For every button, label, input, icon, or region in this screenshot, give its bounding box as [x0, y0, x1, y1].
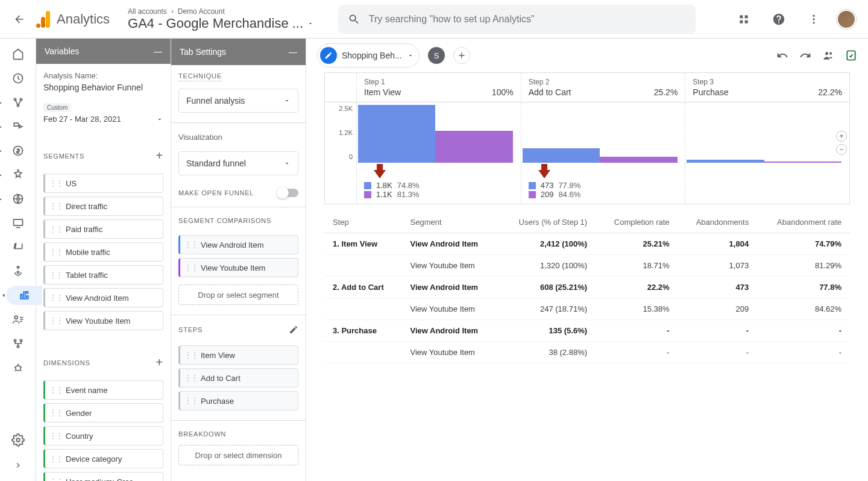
redo-button[interactable]	[799, 49, 811, 61]
bar[interactable]	[600, 157, 677, 163]
zoom-in-button[interactable]: +	[836, 131, 847, 142]
chip-direct-traffic[interactable]: ⋮⋮Direct traffic	[43, 196, 163, 216]
analysis-canvas: Shopping Beh... S + − Step 1Item View100…	[306, 39, 868, 481]
nav-user[interactable]: ▶	[6, 189, 30, 209]
collapse-icon[interactable]: —	[154, 46, 162, 56]
chip-view-youtube-item[interactable]: ⋮⋮View Youtube Item	[178, 258, 298, 277]
svg-point-2	[36, 24, 40, 28]
nav-explore[interactable]: ▾	[6, 286, 42, 305]
nav-monetization[interactable]: ▶	[6, 141, 30, 160]
undo-button[interactable]	[776, 49, 788, 61]
breakdown-label: BREAKDOWN	[178, 430, 298, 438]
active-tab[interactable]: Shopping Beh...	[317, 43, 420, 68]
table-header[interactable]: Users (% of Step 1)	[498, 212, 596, 233]
svg-point-21	[26, 291, 28, 293]
svg-rect-26	[15, 366, 20, 371]
chip-user-medium-cros-[interactable]: ⋮⋮User medium: Cros...	[43, 472, 163, 481]
date-range-selector[interactable]: Feb 27 - Mar 28, 2021	[43, 115, 163, 124]
nav-custom[interactable]	[6, 334, 30, 353]
zoom-out-button[interactable]: −	[836, 144, 847, 155]
svg-rect-30	[847, 51, 855, 60]
technique-select[interactable]: Funnel analysis	[178, 89, 298, 113]
svg-rect-6	[745, 20, 748, 23]
table-header[interactable]: Abandonment rate	[757, 212, 850, 233]
help-icon[interactable]	[767, 7, 791, 31]
apps-icon[interactable]	[732, 7, 756, 31]
nav-rail: ▶ ▶ ▶ ▶ ▶ ▾	[0, 39, 36, 481]
nav-collapse[interactable]	[6, 456, 30, 475]
visualization-select[interactable]: Standard funnel	[178, 151, 298, 175]
logo-text: Analytics	[57, 11, 110, 27]
chip-country[interactable]: ⋮⋮Country	[43, 426, 163, 445]
chip-view-android-item[interactable]: ⋮⋮View Android Item	[43, 288, 163, 307]
svg-point-22	[14, 316, 17, 319]
chip-event-name[interactable]: ⋮⋮Event name	[43, 380, 163, 400]
svg-rect-0	[46, 11, 50, 28]
nav-realtime[interactable]	[6, 69, 30, 88]
chip-view-youtube-item[interactable]: ⋮⋮View Youtube Item	[43, 311, 163, 330]
bar[interactable]	[523, 148, 600, 163]
svg-point-9	[813, 22, 814, 24]
bar[interactable]	[435, 131, 512, 163]
nav-debug[interactable]	[6, 358, 30, 377]
open-funnel-toggle[interactable]	[278, 189, 298, 197]
nav-events[interactable]	[6, 237, 30, 257]
table-row: View Youtube Item247 (18.71%)15.38%20984…	[324, 298, 850, 320]
chip-view-android-item[interactable]: ⋮⋮View Android Item	[178, 235, 298, 254]
nav-conversions[interactable]	[6, 262, 30, 281]
chip-mobile-traffic[interactable]: ⋮⋮Mobile traffic	[43, 242, 163, 262]
segment-drop-zone[interactable]: Drop or select segment	[178, 285, 298, 305]
search-bar[interactable]	[338, 5, 696, 34]
export-button[interactable]	[845, 49, 857, 61]
table-header[interactable]: Segment	[402, 212, 498, 233]
nav-tech[interactable]	[6, 213, 30, 233]
svg-rect-16	[13, 219, 22, 225]
bar[interactable]	[358, 105, 435, 163]
chip-add-to-cart[interactable]: ⋮⋮Add to Cart	[178, 368, 298, 388]
chip-us[interactable]: ⋮⋮US	[43, 174, 163, 193]
back-button[interactable]	[5, 5, 34, 34]
search-icon	[348, 13, 360, 26]
step-bars-1	[356, 102, 521, 163]
nav-admin[interactable]	[6, 430, 30, 450]
svg-point-11	[14, 98, 16, 100]
edit-tab-icon	[320, 47, 337, 64]
table-header[interactable]: Step	[324, 212, 402, 233]
property-selector[interactable]: All accounts Demo Account GA4 - Google M…	[128, 7, 314, 31]
add-dimension-button[interactable]: +	[156, 356, 163, 369]
table-header[interactable]: Abandonments	[678, 212, 758, 233]
svg-point-13	[17, 104, 19, 106]
visualization-label: Visualization	[178, 133, 298, 142]
chip-paid-traffic[interactable]: ⋮⋮Paid traffic	[43, 219, 163, 239]
chip-item-view[interactable]: ⋮⋮Item View	[178, 345, 298, 365]
breadcrumb: All accounts Demo Account	[128, 7, 314, 16]
table-header[interactable]: Completion rate	[596, 212, 678, 233]
add-segment-button[interactable]: +	[156, 149, 163, 163]
chip-gender[interactable]: ⋮⋮Gender	[43, 403, 163, 423]
technique-label: TECHNIQUE	[178, 72, 222, 81]
nav-retention[interactable]: ▶	[6, 165, 30, 184]
chevron-down-icon[interactable]	[407, 52, 414, 59]
chip-purchase[interactable]: ⋮⋮Purchase	[178, 391, 298, 410]
dropoff-1: 1.8K74.8%1.1K81.3%	[356, 163, 521, 204]
chip-device-category[interactable]: ⋮⋮Device category	[43, 449, 163, 468]
nav-engagement[interactable]: ▶	[6, 117, 30, 136]
edit-steps-icon[interactable]	[289, 325, 298, 335]
nav-lifecycle[interactable]: ▶	[6, 93, 30, 112]
analysis-name[interactable]: Shopping Behavior Funnel	[43, 83, 163, 92]
tab-secondary[interactable]: S	[428, 47, 445, 64]
dropoff-3	[685, 163, 849, 204]
nav-home[interactable]	[6, 45, 30, 64]
nav-audiences[interactable]	[6, 310, 30, 329]
share-button[interactable]	[822, 49, 834, 61]
search-input[interactable]	[369, 14, 686, 25]
svg-rect-18	[20, 294, 22, 299]
y-axis: 2.5K 1.2K 0	[325, 102, 356, 163]
avatar[interactable]	[837, 10, 856, 29]
chip-tablet-traffic[interactable]: ⋮⋮Tablet traffic	[43, 265, 163, 285]
add-tab-button[interactable]	[453, 47, 470, 64]
collapse-icon[interactable]: —	[289, 47, 297, 57]
more-icon[interactable]	[802, 7, 826, 31]
tab-label: Shopping Beh...	[342, 51, 402, 60]
breakdown-drop-zone[interactable]: Drop or select dimension	[178, 445, 298, 465]
